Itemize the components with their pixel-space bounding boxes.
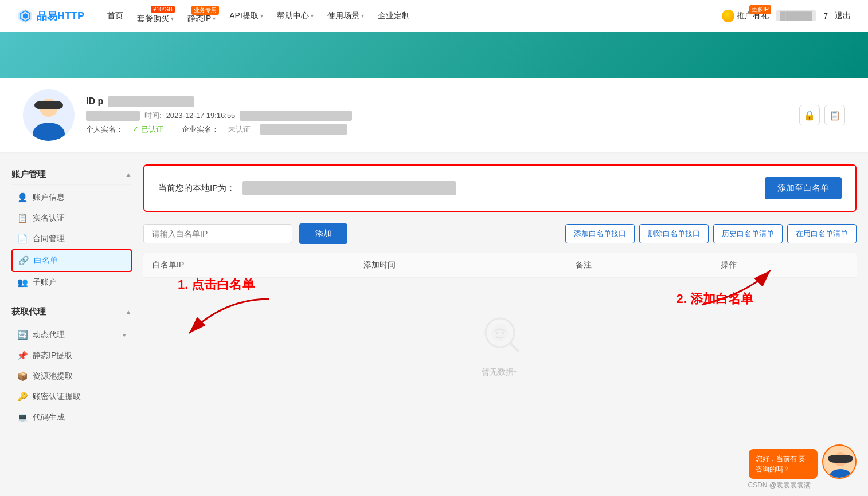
coin-icon — [722, 10, 734, 22]
user-id: ██████ — [776, 10, 816, 21]
refresh-icon: 🔄 — [17, 330, 28, 340]
add-whitelist-api-button[interactable]: 添加白名单接口 — [565, 224, 635, 243]
promo-badge: 更多IP — [749, 5, 771, 14]
code-icon: 💻 — [17, 412, 28, 423]
profile-info: ID p ████████████ ████ 时间: 2023-12-17 19… — [86, 96, 788, 135]
sidebar-group-proxy-title[interactable]: 获取代理 ▲ — [11, 302, 132, 322]
nav-help-arrow: ▾ — [311, 13, 314, 19]
chat-widget[interactable]: 您好，当前有 要咨询的吗？ — [749, 444, 857, 448]
sidebar-item-whitelist[interactable]: 🔗 白名单 — [11, 249, 132, 272]
col-header-time: 添加时间 — [354, 253, 567, 278]
chevron-up-icon: ▲ — [125, 171, 132, 179]
sidebar-group-proxy: 获取代理 ▲ 🔄 动态代理 ▾ 📌 静态IP提取 📦 资源池提取 🔑 账密认证提… — [11, 302, 132, 428]
profile-section: ID p ████████████ ████ 时间: 2023-12-17 19… — [0, 78, 868, 153]
sidebar-item-static-ip[interactable]: 📌 静态IP提取 — [11, 345, 132, 366]
sidebar-item-contract[interactable]: 📄 合同管理 — [11, 229, 132, 249]
content-area: 当前您的本地IP为： 1████████████████ 添加至白名单 添加 添… — [143, 164, 857, 437]
empty-text: 暂无数据~ — [155, 367, 845, 377]
users-icon: 👥 — [17, 277, 28, 288]
user-circle-icon: 👤 — [17, 192, 28, 203]
sidebar-group-account-title[interactable]: 账户管理 ▲ — [11, 164, 132, 185]
svg-point-10 — [496, 332, 498, 334]
logout-btn[interactable]: 退出 — [835, 11, 851, 21]
hero-banner — [0, 32, 868, 78]
profile-actions: 🔒 📋 — [799, 105, 845, 125]
pin-icon: 📌 — [17, 351, 28, 361]
nav-static-ip[interactable]: 业务专用 静态IP ▾ — [182, 5, 221, 27]
nav-badge-biz: 业务专用 — [191, 6, 219, 15]
delete-whitelist-api-button[interactable]: 删除白名单接口 — [639, 224, 709, 243]
nav-scenarios-label: 使用场景 — [327, 11, 359, 21]
user-balance-count: 7 — [823, 11, 828, 21]
action-buttons: 添加白名单接口 删除白名单接口 历史白名单清单 在用白名单清单 — [565, 224, 857, 243]
svg-line-9 — [510, 343, 518, 351]
nav-api[interactable]: API提取 ▾ — [224, 7, 269, 25]
col-header-ip: 白名单IP — [143, 253, 354, 278]
lock-btn[interactable]: 🔒 — [799, 105, 820, 125]
box-icon: 📦 — [17, 371, 28, 381]
svg-point-11 — [502, 332, 504, 334]
nav-packages-label: 套餐购买 — [137, 14, 169, 24]
navbar: 品易HTTP 首页 ¥10/GB 套餐购买 ▾ 业务专用 静态IP ▾ API提… — [0, 0, 868, 32]
active-whitelist-button[interactable]: 在用白名单清单 — [787, 224, 857, 243]
logo-text: 品易HTTP — [37, 9, 84, 23]
logo-icon — [17, 8, 33, 24]
empty-icon — [477, 313, 523, 359]
copy-btn[interactable]: 📋 — [824, 105, 845, 125]
nav-scenarios-arrow: ▾ — [361, 13, 364, 19]
sidebar-item-auth-extract[interactable]: 🔑 账密认证提取 — [11, 387, 132, 407]
nav-right: 更多IP 推广有礼 ██████ 7 退出 — [722, 10, 851, 22]
nav-home-label: 首页 — [107, 11, 123, 21]
link-icon: 🔗 — [18, 255, 29, 266]
logo[interactable]: 品易HTTP — [17, 8, 84, 24]
nav-scenarios[interactable]: 使用场景 ▾ — [322, 7, 370, 25]
svg-rect-5 — [34, 101, 63, 109]
nav-enterprise-label: 企业定制 — [378, 11, 410, 21]
nav-items: 首页 ¥10/GB 套餐购买 ▾ 业务专用 静态IP ▾ API提取 ▾ 帮助中… — [101, 5, 722, 27]
svg-point-14 — [823, 446, 857, 448]
nav-packages[interactable]: ¥10/GB 套餐购买 ▾ — [131, 5, 179, 27]
add-ip-button[interactable]: 添加 — [299, 223, 347, 244]
annotation-area: 白名单IP 添加时间 备注 操作 — [143, 253, 857, 389]
sidebar-item-code-gen[interactable]: 💻 代码生成 — [11, 407, 132, 428]
nav-help[interactable]: 帮助中心 ▾ — [271, 7, 319, 25]
chevron-up-icon-2: ▲ — [125, 308, 132, 316]
sidebar: 账户管理 ▲ 👤 账户信息 📋 实名认证 📄 合同管理 🔗 白名单 👥 子 — [11, 164, 132, 437]
sidebar-item-sub-account[interactable]: 👥 子账户 — [11, 272, 132, 293]
ip-alert-box: 当前您的本地IP为： 1████████████████ 添加至白名单 — [143, 164, 857, 212]
profile-id: ID p ████████████ — [86, 96, 788, 107]
sidebar-item-dynamic-proxy[interactable]: 🔄 动态代理 ▾ — [11, 325, 132, 345]
chat-avatar — [822, 444, 857, 448]
nav-home[interactable]: 首页 — [101, 7, 129, 25]
sidebar-item-pool[interactable]: 📦 资源池提取 — [11, 366, 132, 387]
sidebar-group-account: 账户管理 ▲ 👤 账户信息 📋 实名认证 📄 合同管理 🔗 白名单 👥 子 — [11, 164, 132, 293]
nav-help-label: 帮助中心 — [277, 11, 309, 21]
nav-static-ip-label: 静态IP — [187, 14, 211, 24]
empty-state: 暂无数据~ — [143, 278, 857, 389]
expand-arrow-icon: ▾ — [123, 332, 126, 339]
id-card-icon: 📋 — [17, 213, 28, 223]
nav-static-ip-arrow: ▾ — [213, 15, 216, 22]
profile-meta: ████ 时间: 2023-12-17 19:16:55 ███████████… — [86, 111, 788, 121]
col-header-note: 备注 — [566, 253, 711, 278]
promo-section[interactable]: 更多IP 推广有礼 — [722, 10, 769, 22]
key-icon: 🔑 — [17, 392, 28, 402]
whitelist-table: 白名单IP 添加时间 备注 操作 — [143, 253, 857, 278]
avatar — [23, 89, 75, 141]
whitelist-controls: 添加 添加白名单接口 删除白名单接口 历史白名单清单 在用白名单清单 — [143, 223, 857, 244]
ip-alert-text: 当前您的本地IP为： 1████████████████ — [158, 181, 456, 195]
sidebar-item-real-name[interactable]: 📋 实名认证 — [11, 208, 132, 229]
nav-api-arrow: ▾ — [260, 13, 263, 19]
profile-cert: 个人实名： ✓ 已认证 企业实名： 未认证 ███████████ — [86, 124, 788, 135]
add-to-whitelist-button[interactable]: 添加至白名单 — [765, 177, 842, 199]
history-whitelist-button[interactable]: 历史白名单清单 — [713, 224, 783, 243]
nav-api-label: API提取 — [229, 11, 259, 21]
nav-enterprise[interactable]: 企业定制 — [372, 7, 416, 25]
main-content: 账户管理 ▲ 👤 账户信息 📋 实名认证 📄 合同管理 🔗 白名单 👥 子 — [0, 153, 868, 448]
file-icon: 📄 — [17, 234, 28, 244]
nav-badge-price: ¥10/GB — [151, 6, 175, 13]
ip-value: 1████████████████ — [242, 181, 456, 195]
nav-packages-arrow: ▾ — [171, 15, 174, 22]
sidebar-item-account-info[interactable]: 👤 账户信息 — [11, 187, 132, 208]
whitelist-ip-input[interactable] — [143, 224, 292, 243]
